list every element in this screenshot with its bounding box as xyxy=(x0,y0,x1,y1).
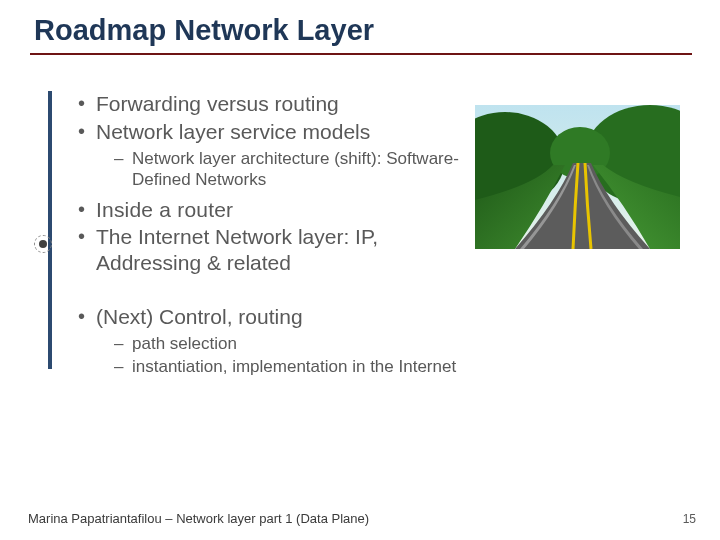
bullet-text: The Internet Network layer: IP, Addressi… xyxy=(96,225,378,274)
spacer xyxy=(44,278,720,304)
bullet-text: Network layer architecture (shift): Soft… xyxy=(132,149,459,189)
list-subitem: path selection xyxy=(118,333,470,354)
list-item-current: Inside a router xyxy=(80,197,470,223)
list-item: The Internet Network layer: IP, Addressi… xyxy=(80,224,470,275)
bullet-text: Inside a router xyxy=(96,198,233,221)
page-number: 15 xyxy=(683,512,696,526)
list-subitem: Network layer architecture (shift): Soft… xyxy=(118,148,470,191)
bullet-text: instantiation, implementation in the Int… xyxy=(132,357,456,376)
list-item: (Next) Control, routing path selection i… xyxy=(80,304,470,378)
outline-list-next: (Next) Control, routing path selection i… xyxy=(80,304,470,378)
list-item: Forwarding versus routing xyxy=(80,91,470,117)
list-item: Network layer service models Network lay… xyxy=(80,119,470,191)
bullet-text: Network layer service models xyxy=(96,120,370,143)
footer-text: Marina Papatriantafilou – Network layer … xyxy=(28,511,369,526)
bullet-text: (Next) Control, routing xyxy=(96,305,303,328)
bullet-text: path selection xyxy=(132,334,237,353)
bullet-text: Forwarding versus routing xyxy=(96,92,339,115)
current-topic-marker-icon xyxy=(34,235,52,253)
list-subitem: instantiation, implementation in the Int… xyxy=(118,356,470,377)
vertical-accent-bar xyxy=(48,91,52,369)
slide-title: Roadmap Network Layer xyxy=(0,0,720,53)
outline-list: Forwarding versus routing Network layer … xyxy=(80,91,470,276)
road-photo xyxy=(475,105,680,249)
